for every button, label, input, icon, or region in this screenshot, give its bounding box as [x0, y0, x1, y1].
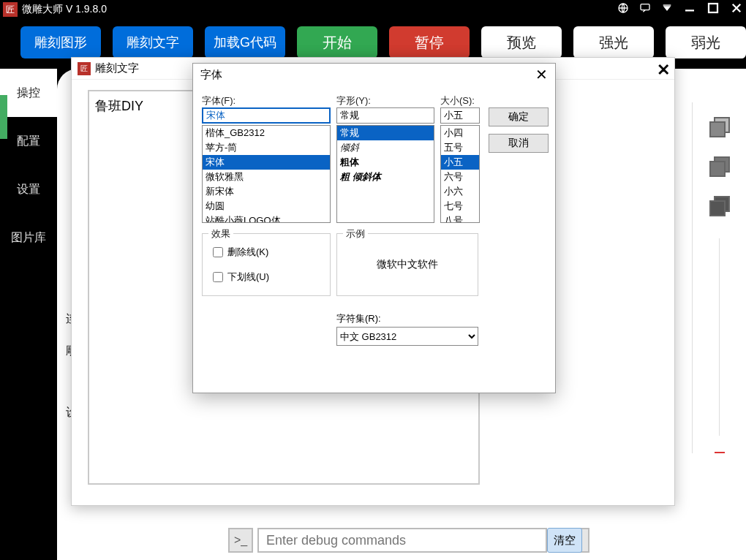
size-list[interactable]: 小四五号小五六号小六七号八号 [440, 125, 480, 223]
cube3d-icon-2[interactable] [707, 154, 733, 180]
right-ruler [719, 238, 720, 436]
svg-rect-1 [641, 4, 649, 10]
underline-checkbox[interactable]: 下划线(U) [213, 270, 330, 284]
cube3d-icon-3[interactable] [707, 193, 733, 219]
dialog-title: 雕刻文字 [95, 61, 139, 75]
list-item[interactable]: 宋体 [203, 155, 330, 170]
stop-button[interactable]: 暂停 [389, 26, 470, 58]
cube3d-icon-1[interactable] [707, 114, 733, 140]
sidebar-item-control[interactable]: 操控 [0, 69, 57, 117]
list-item[interactable]: 五号 [441, 140, 479, 155]
preview-button[interactable]: 预览 [481, 26, 562, 58]
sidebar-item-gallery[interactable]: 图片库 [0, 213, 57, 262]
sidebar-item-settings[interactable]: 设置 [0, 165, 57, 213]
sample-label: 示例 [343, 227, 368, 241]
debug-input[interactable] [257, 528, 547, 553]
font-size-input[interactable] [440, 107, 480, 124]
right-tick [715, 452, 725, 453]
font-name-input[interactable] [202, 107, 331, 124]
list-item[interactable]: 倾斜 [337, 140, 434, 155]
svg-rect-2 [663, 4, 671, 5]
load-gcode-button[interactable]: 加载G代码 [205, 26, 285, 58]
dialog-logo-icon: 匠 [78, 62, 91, 75]
effect-label: 效果 [208, 227, 233, 241]
svg-rect-4 [709, 4, 717, 12]
debug-prompt-icon: >_ [228, 528, 253, 553]
app-logo-icon: 匠 [3, 2, 18, 17]
wifi-icon[interactable] [661, 2, 673, 17]
list-item[interactable]: 苹方-简 [203, 140, 330, 155]
list-item[interactable]: 楷体_GB2312 [203, 126, 330, 140]
svg-rect-3 [685, 10, 694, 11]
debug-clear-button[interactable]: 清空 [547, 528, 582, 553]
list-item[interactable]: 粗 倾斜体 [337, 170, 434, 184]
size-label: 大小(S): [440, 94, 480, 107]
list-item[interactable]: 八号 [441, 213, 479, 223]
font-style-input[interactable] [336, 107, 434, 124]
start-button[interactable]: 开始 [297, 26, 377, 58]
list-item[interactable]: 新宋体 [203, 184, 330, 199]
font-label: 字体(F): [202, 94, 331, 107]
list-item[interactable]: 小五 [441, 155, 479, 170]
close-icon[interactable]: ✕ [657, 61, 670, 80]
font-list[interactable]: 楷体_GB2312苹方-简宋体微软雅黑新宋体幼圆站酷小薇LOGO体 [202, 125, 331, 223]
list-item[interactable]: 七号 [441, 199, 479, 213]
font-dialog-close-icon[interactable]: ✕ [535, 66, 548, 83]
list-item[interactable]: 六号 [441, 170, 479, 184]
charset-label: 字符集(R): [336, 312, 381, 325]
sample-text: 微软中文软件 [377, 258, 438, 271]
close-icon[interactable] [730, 1, 743, 18]
list-item[interactable]: 常规 [337, 126, 434, 140]
weaklight-button[interactable]: 弱光 [666, 26, 746, 58]
style-list[interactable]: 常规倾斜粗体粗 倾斜体 [336, 125, 434, 223]
font-dialog: 字体 ✕ 字体(F): 楷体_GB2312苹方-简宋体微软雅黑新宋体幼圆站酷小薇… [192, 63, 556, 393]
chat-icon[interactable] [639, 2, 651, 17]
minimize-icon[interactable] [683, 1, 696, 18]
list-item[interactable]: 小六 [441, 184, 479, 199]
app-title: 微雕大师 V 1.9.8.0 [22, 3, 617, 16]
list-item[interactable]: 幼圆 [203, 199, 330, 213]
engrave-text-button[interactable]: 雕刻文字 [113, 26, 193, 58]
sidebar-item-config[interactable]: 配置 [0, 117, 57, 165]
list-item[interactable]: 粗体 [337, 155, 434, 170]
list-item[interactable]: 小四 [441, 126, 479, 140]
style-label: 字形(Y): [336, 94, 434, 107]
spotlight-button[interactable]: 强光 [573, 26, 654, 58]
list-item[interactable]: 微软雅黑 [203, 170, 330, 184]
maximize-icon[interactable] [707, 1, 720, 18]
globe-icon[interactable] [617, 2, 629, 17]
engrave-graphic-button[interactable]: 雕刻图形 [20, 26, 101, 58]
list-item[interactable]: 站酷小薇LOGO体 [203, 213, 330, 223]
ok-button[interactable]: 确定 [489, 107, 549, 126]
charset-select[interactable]: 中文 GB2312 [336, 327, 478, 346]
sidebar-accent [0, 95, 7, 139]
cancel-button[interactable]: 取消 [489, 134, 549, 153]
font-dialog-title: 字体 [200, 68, 222, 82]
strikethrough-checkbox[interactable]: 删除线(K) [213, 246, 330, 259]
